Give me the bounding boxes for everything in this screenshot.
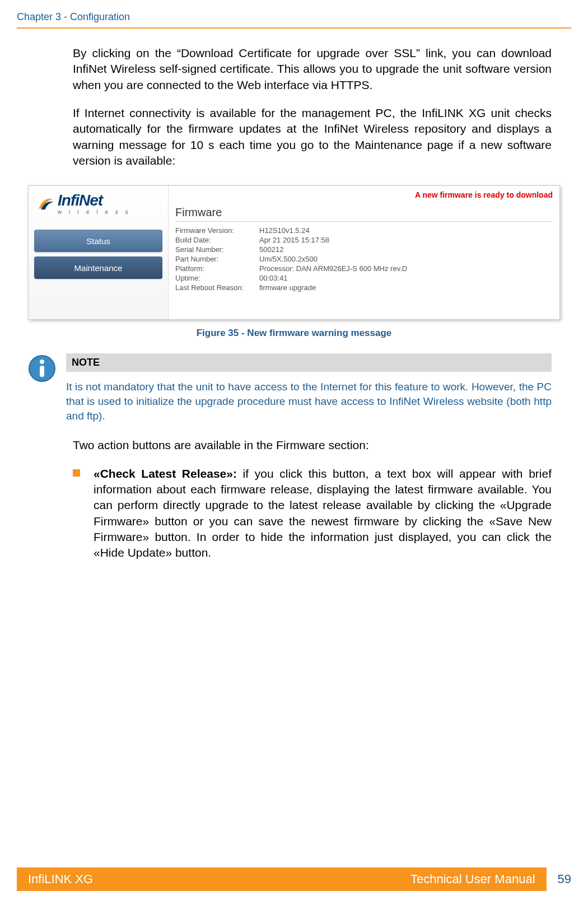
page-number: 59 [558, 872, 571, 887]
note-text: It is not mandatory that the unit to hav… [66, 380, 552, 423]
header-rule [17, 27, 571, 29]
firmware-table: Firmware Version:H12S10v1.5.24 Build Dat… [175, 226, 553, 292]
info-icon [28, 354, 56, 382]
table-row: Build Date:Apr 21 2015 15:17:58 [175, 236, 553, 244]
note-title: NOTE [66, 353, 552, 372]
table-row: Platform:Processor: DAN ARM926EJ-S 600 M… [175, 264, 553, 273]
screenshot-main: A new firmware is ready to download Firm… [169, 186, 559, 319]
page-footer: InfiLINK XG Technical User Manual 59 [17, 867, 571, 891]
table-row: Serial Number:500212 [175, 245, 553, 254]
bullet-lead: «Check Latest Release»: [94, 467, 243, 480]
firmware-screenshot: InfiNet w i r e l e s s Status Maintenan… [28, 185, 560, 320]
paragraph-1: By clicking on the “Download Certificate… [73, 45, 552, 93]
firmware-warning: A new firmware is ready to download [175, 190, 553, 199]
note-block: NOTE It is not mandatory that the unit t… [28, 353, 552, 423]
table-row: Part Number:Um/5X.500.2x500 [175, 255, 553, 263]
logo-subtext: w i r e l e s s [58, 209, 131, 215]
logo-text: InfiNet [58, 193, 131, 208]
bullet-text: «Check Latest Release»: if you click thi… [94, 466, 552, 561]
screenshot-sidebar: InfiNet w i r e l e s s Status Maintenan… [29, 186, 169, 319]
firmware-section-title: Firmware [175, 206, 553, 222]
svg-point-2 [40, 360, 44, 364]
svg-rect-3 [40, 366, 44, 377]
bullet-marker-icon [73, 469, 80, 477]
footer-product: InfiLINK XG [28, 872, 93, 887]
bullet-rest: if you click this button, a text box wil… [94, 467, 552, 559]
footer-docname: Technical User Manual [410, 872, 535, 887]
table-row: Uptime:00:03:41 [175, 274, 553, 282]
paragraph-2: If Internet connectivity is available fo… [73, 105, 552, 169]
logo-swoosh-icon [36, 194, 55, 213]
bullet-item: «Check Latest Release»: if you click thi… [73, 466, 552, 561]
paragraph-3: Two action buttons are available in the … [73, 437, 552, 453]
table-row: Firmware Version:H12S10v1.5.24 [175, 226, 553, 235]
nav-maintenance-button[interactable]: Maintenance [34, 256, 162, 279]
logo: InfiNet w i r e l e s s [34, 193, 162, 215]
chapter-header: Chapter 3 - Configuration [17, 11, 571, 23]
nav-status-button[interactable]: Status [34, 230, 162, 252]
table-row: Last Reboot Reason:firmware upgrade [175, 283, 553, 292]
figure-caption: Figure 35 - New firmware warning message [17, 328, 571, 339]
